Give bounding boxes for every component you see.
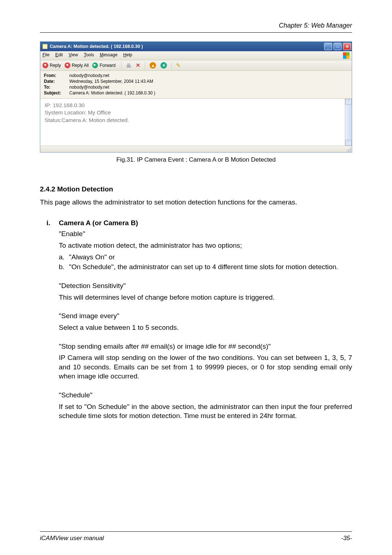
menu-view[interactable]: View xyxy=(69,52,78,59)
inner-marker: b. xyxy=(59,262,69,272)
delete-icon[interactable]: ✕ xyxy=(136,62,140,69)
date-value: Wednesday, 15 September, 2004 11:43 AM xyxy=(69,79,153,84)
page-footer: iCAMView user manual -35- xyxy=(40,531,352,542)
app-logo-icon xyxy=(343,52,350,59)
reply-all-icon xyxy=(65,62,70,68)
from-label: From: xyxy=(44,73,69,78)
addresses-icon[interactable]: ✎ xyxy=(176,62,181,69)
reply-button[interactable]: Reply xyxy=(42,62,61,68)
menu-tools[interactable]: Tools xyxy=(84,52,94,59)
menubar: File Edit View Tools Message Help xyxy=(40,51,352,60)
section-heading: 2.4.2 Motion Detection xyxy=(40,185,352,193)
to-label: To: xyxy=(44,85,69,90)
toolbar: Reply Reply All Forward 🖶 ✕ ▲ ▼ ✎ xyxy=(40,60,352,71)
option-label: "Send image every" xyxy=(59,311,352,321)
titlebar: Camera A: Motion detected. ( 192.168.0.3… xyxy=(40,42,352,51)
inner-text: "On Schedule", the administrator can set… xyxy=(69,262,352,272)
option-label: "Enable" xyxy=(59,229,352,239)
email-window: Camera A: Motion detected. ( 192.168.0.3… xyxy=(40,41,352,153)
option-desc: Select a value between 1 to 5 seconds. xyxy=(59,323,352,332)
subject-value: Camera A: Motion detected. ( 192.168.0.3… xyxy=(69,90,155,96)
window-title: Camera A: Motion detected. ( 192.168.0.3… xyxy=(50,44,323,49)
option-desc: This will determines level of change bef… xyxy=(59,293,352,302)
menu-help[interactable]: Help xyxy=(123,52,132,59)
print-icon[interactable]: 🖶 xyxy=(126,62,131,69)
previous-icon[interactable]: ▲ xyxy=(150,62,156,69)
body-line: IP: 192.168.0.30 xyxy=(45,102,340,109)
option-desc: To activate motion detect, the administr… xyxy=(59,241,352,250)
footer-left: iCAMView user manual xyxy=(40,535,104,542)
footer-right: -35- xyxy=(341,535,352,542)
statusbar xyxy=(40,146,352,152)
forward-icon xyxy=(92,62,98,68)
body-line: System Location: My Office xyxy=(45,109,340,116)
date-label: Date: xyxy=(44,79,69,84)
section-intro: This page allows the administrator to se… xyxy=(40,198,352,207)
body-line: Status:Camera A: Motion detected. xyxy=(45,117,340,124)
reply-all-button[interactable]: Reply All xyxy=(65,62,89,68)
option-label: "Stop sending emails after ## email(s) o… xyxy=(59,342,352,351)
next-icon[interactable]: ▼ xyxy=(160,62,167,69)
subject-label: Subject: xyxy=(44,90,69,96)
reply-icon xyxy=(42,62,48,68)
menu-file[interactable]: File xyxy=(42,52,49,59)
email-body: IP: 192.168.0.30 System Location: My Off… xyxy=(40,99,345,146)
scrollbar[interactable]: ˄ ˅ xyxy=(345,99,352,146)
menu-message[interactable]: Message xyxy=(100,52,118,59)
list-marker: i. xyxy=(46,219,59,423)
option-desc: IP Camera will stop sending on the lower… xyxy=(59,353,352,381)
minimize-icon[interactable]: _ xyxy=(324,43,332,50)
menu-edit[interactable]: Edit xyxy=(55,52,63,59)
option-label: "Schedule" xyxy=(59,390,352,400)
inner-text: "Always On" or xyxy=(69,252,352,262)
subsection-title: Camera A (or Camera B) xyxy=(59,219,352,227)
scroll-up-icon[interactable]: ˄ xyxy=(345,99,352,105)
to-value: nobody@nobody.net xyxy=(69,85,109,90)
forward-button[interactable]: Forward xyxy=(92,62,115,68)
scroll-down-icon[interactable]: ˅ xyxy=(345,140,352,146)
from-value: nobody@nobody.net xyxy=(69,73,109,78)
option-desc: If set to "On Schedule" in the above sec… xyxy=(59,402,352,421)
inner-marker: a. xyxy=(59,252,69,262)
chapter-header: Chapter 5: Web Manager xyxy=(40,22,352,33)
resize-grip-icon[interactable] xyxy=(346,146,351,152)
maximize-icon[interactable]: □ xyxy=(334,43,342,50)
figure-caption: Fig.31. IP Camera Event : Camera A or B … xyxy=(40,156,352,163)
close-icon[interactable]: ✕ xyxy=(343,43,351,50)
option-label: "Detection Sensitivity" xyxy=(59,281,352,291)
mail-icon xyxy=(42,44,48,49)
email-headers: From:nobody@nobody.net Date:Wednesday, 1… xyxy=(40,71,352,99)
